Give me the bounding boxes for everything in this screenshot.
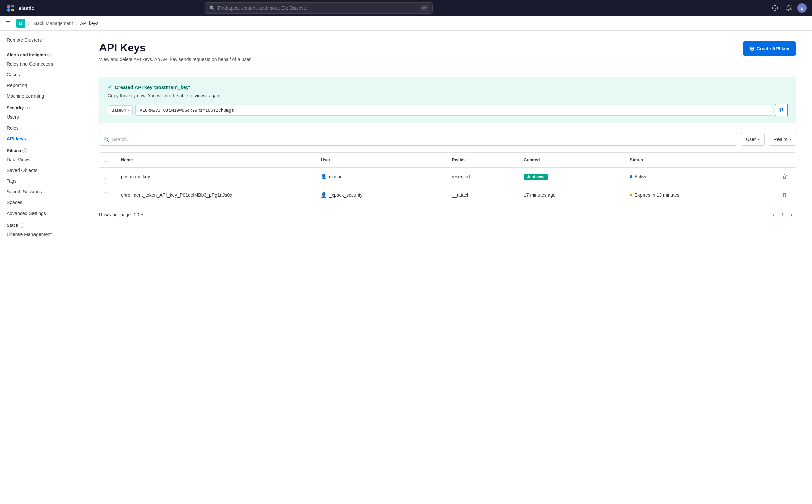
row2-status: Expires in 13 minutes [624, 186, 774, 204]
row1-delete-cell: 🗑 [774, 167, 796, 186]
header-divider [99, 70, 796, 70]
page-navigation: ‹ 1 › [769, 210, 796, 219]
select-all-checkbox[interactable] [105, 157, 110, 162]
filter-row: 🔍 User ▾ Realm ▾ [99, 133, 796, 146]
row1-delete-button[interactable]: 🗑 [780, 172, 790, 181]
sidebar-item-machine-learning[interactable]: Machine Learning [0, 91, 83, 101]
svg-point-1 [11, 5, 14, 7]
menu-toggle[interactable]: ☰ [5, 20, 11, 27]
row2-name: enrollment_token_API_key_P01qelMBb3_pPg1… [116, 186, 315, 204]
user-filter[interactable]: User ▾ [741, 133, 765, 146]
notifications-icon[interactable] [784, 3, 793, 13]
breadcrumb-sep-1: › [28, 20, 30, 26]
success-banner: ✓ Created API key 'postmam_key' Copy thi… [99, 77, 796, 123]
just-now-badge: Just now [524, 174, 548, 180]
row2-delete-button[interactable]: 🗑 [780, 191, 790, 199]
main-content: API Keys View and delete API keys. An AP… [83, 31, 812, 504]
sidebar-item-advanced-settings[interactable]: Advanced Settings [0, 208, 83, 219]
sidebar-item-users[interactable]: Users [0, 112, 83, 122]
row2-user-icon: 👤 [321, 192, 327, 198]
sidebar-item-tags[interactable]: Tags [0, 176, 83, 186]
copy-key-button[interactable]: ⧉ [775, 104, 788, 116]
topbar-actions: E [770, 3, 807, 13]
success-banner-title: ✓ Created API key 'postmam_key' [108, 84, 788, 90]
sidebar-item-license-management[interactable]: License Management [0, 229, 83, 240]
sidebar-item-cases[interactable]: Cases [0, 69, 83, 80]
notification-dot [790, 4, 793, 7]
search-input[interactable] [112, 137, 733, 142]
page-title: API Keys [99, 41, 252, 54]
elastic-wordmark: elastic [19, 5, 35, 11]
security-info-icon[interactable]: i [25, 106, 30, 110]
search-kbd: ⌘/ [420, 5, 428, 11]
sidebar-item-saved-objects[interactable]: Saved Objects [0, 165, 83, 176]
sidebar-section-alerts: Alerts and Insights i [0, 48, 83, 59]
api-key-value: VEUxNWVJTUJiM19wUGcxYWRzM1Q6T2VhQmgt [135, 105, 772, 116]
breadcrumb-api-keys: API keys [80, 21, 98, 26]
sidebar-section-kibana: Kibana i [0, 144, 83, 154]
check-icon: ✓ [108, 84, 112, 90]
page-header-left: API Keys View and delete API keys. An AP… [99, 41, 252, 62]
app-icon-d: D [16, 19, 25, 28]
stack-info-icon[interactable]: i [20, 223, 24, 228]
sidebar-item-reporting[interactable]: Reporting [0, 80, 83, 91]
th-created[interactable]: Created ↓ [518, 153, 624, 167]
kibana-info-icon[interactable]: i [22, 148, 27, 153]
api-keys-table-inner: Name User Realm Created ↓ Status [99, 153, 796, 204]
created-sort-icon: ↓ [542, 158, 544, 162]
create-api-key-button[interactable]: ⊕ Create API key [743, 41, 796, 56]
row2-user: 👤 _xpack_security [315, 186, 446, 204]
global-search[interactable]: 🔍 ⌘/ [205, 2, 433, 14]
svg-point-0 [7, 5, 10, 8]
sidebar-item-api-keys[interactable]: API keys [0, 133, 83, 144]
sidebar-item-data-views[interactable]: Data Views [0, 154, 83, 165]
svg-point-2 [11, 9, 14, 11]
alerts-info-icon[interactable]: i [47, 53, 52, 57]
api-keys-table: Name User Realm Created ↓ Status [99, 152, 796, 204]
th-actions [774, 153, 796, 167]
elastic-logo: elastic [5, 3, 35, 13]
page-header: API Keys View and delete API keys. An AP… [99, 41, 796, 62]
format-selector[interactable]: Base64 ▾ [108, 105, 133, 115]
table-header-row: Name User Realm Created ↓ Status [99, 153, 796, 167]
current-page: 1 [780, 212, 785, 217]
user-avatar[interactable]: E [797, 3, 807, 13]
realm-filter-chevron: ▾ [789, 138, 791, 141]
sidebar-item-rules-connectors[interactable]: Rules and Connectors [0, 59, 83, 69]
prev-page-button[interactable]: ‹ [769, 210, 779, 219]
user-filter-label: User [746, 137, 756, 142]
row2-checkbox-cell [99, 186, 116, 204]
key-display: Base64 ▾ VEUxNWVJTUJiM19wUGcxYWRzM1Q6T2V… [108, 104, 788, 116]
topbar: elastic 🔍 ⌘/ E [0, 0, 812, 16]
format-chevron: ▾ [127, 108, 129, 112]
global-search-input[interactable] [218, 5, 418, 11]
realm-filter-label: Realm [774, 137, 787, 142]
breadcrumb-stack-management[interactable]: Stack Management [32, 21, 73, 26]
rows-per-page-chevron: ▾ [141, 213, 143, 217]
row2-status-dot [630, 194, 632, 196]
row1-user-icon: 👤 [321, 174, 327, 180]
sidebar-item-spaces[interactable]: Spaces [0, 197, 83, 208]
row1-checkbox[interactable] [105, 174, 110, 179]
realm-filter[interactable]: Realm ▾ [769, 133, 796, 146]
layout: Remote Clusters Alerts and Insights i Ru… [0, 31, 812, 504]
table-row: postmam_key 👤 elastic reserved Just now [99, 167, 796, 186]
monitoring-icon[interactable] [770, 3, 780, 13]
table-header: Name User Realm Created ↓ Status [99, 153, 796, 167]
search-icon: 🔍 [209, 5, 215, 11]
sidebar-item-roles[interactable]: Roles [0, 122, 83, 133]
row2-checkbox[interactable] [105, 192, 110, 197]
copy-icon: ⧉ [779, 107, 784, 114]
sidebar-section-stack: Stack i [0, 219, 83, 229]
row1-checkbox-cell [99, 167, 116, 186]
rows-per-page[interactable]: Rows per page: 20 ▾ [99, 212, 143, 217]
search-box[interactable]: 🔍 [99, 133, 737, 146]
format-label: Base64 [111, 108, 126, 113]
sidebar: Remote Clusters Alerts and Insights i Ru… [0, 31, 83, 504]
sidebar-item-search-sessions[interactable]: Search Sessions [0, 186, 83, 197]
row1-status: Active [624, 167, 774, 186]
success-banner-description: Copy this key now. You will not be able … [108, 93, 788, 98]
sidebar-item-remote-clusters[interactable]: Remote Clusters [0, 35, 83, 48]
next-page-button[interactable]: › [787, 210, 796, 219]
th-name: Name [116, 153, 315, 167]
